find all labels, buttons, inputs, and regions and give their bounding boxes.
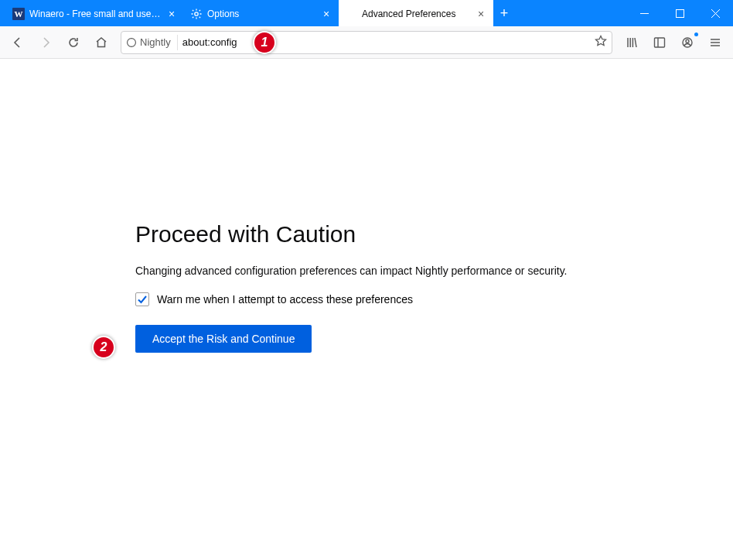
identity-label: Nightly xyxy=(140,36,171,48)
minimize-button[interactable] xyxy=(626,0,662,26)
forward-button[interactable] xyxy=(32,30,59,55)
svg-rect-3 xyxy=(655,38,665,47)
gear-icon xyxy=(190,8,203,20)
favicon-w-icon: W xyxy=(12,8,25,20)
tab-strip: W Winaero - Free small and usef… × Optio… xyxy=(6,0,626,26)
caution-description: Changing advanced configuration preferen… xyxy=(135,265,607,277)
maximize-button[interactable] xyxy=(662,0,697,26)
tab-label: Advanced Preferences xyxy=(362,9,470,19)
accept-risk-button[interactable]: Accept the Risk and Continue xyxy=(135,325,312,353)
close-tab-icon[interactable]: × xyxy=(320,8,332,20)
page-content: Proceed with Caution Changing advanced c… xyxy=(0,59,733,560)
site-identity[interactable]: Nightly xyxy=(126,35,178,50)
app-menu-button[interactable] xyxy=(702,30,728,55)
nightly-icon xyxy=(126,37,137,48)
reload-button[interactable] xyxy=(60,30,87,55)
svg-point-5 xyxy=(686,39,689,43)
tab-advanced-prefs[interactable]: Advanced Preferences × xyxy=(339,0,493,26)
tab-options[interactable]: Options × xyxy=(184,0,339,26)
notification-dot-icon xyxy=(694,32,698,36)
sidebar-button[interactable] xyxy=(646,30,673,55)
account-button[interactable] xyxy=(674,30,701,55)
close-tab-icon[interactable]: × xyxy=(475,8,487,20)
check-icon xyxy=(137,294,148,305)
window-controls xyxy=(626,0,733,26)
home-button[interactable] xyxy=(88,30,114,55)
toolbar-right xyxy=(619,30,728,55)
new-tab-button[interactable]: + xyxy=(493,0,515,26)
tab-label: Winaero - Free small and usef… xyxy=(29,9,161,19)
close-window-button[interactable] xyxy=(697,0,733,26)
warn-checkbox[interactable] xyxy=(135,292,149,306)
url-bar[interactable]: Nightly about:config 1 xyxy=(121,31,612,54)
svg-point-0 xyxy=(195,12,198,15)
back-button[interactable] xyxy=(5,30,31,55)
titlebar: W Winaero - Free small and usef… × Optio… xyxy=(0,0,733,26)
url-text: about:config xyxy=(182,36,590,48)
tab-winaero[interactable]: W Winaero - Free small and usef… × xyxy=(6,0,184,26)
warn-checkbox-label: Warn me when I attempt to access these p… xyxy=(157,293,413,306)
svg-point-2 xyxy=(128,38,136,46)
svg-rect-1 xyxy=(676,9,684,17)
warn-checkbox-row: Warn me when I attempt to access these p… xyxy=(135,292,607,306)
tab-label: Options xyxy=(207,9,315,19)
annotation-step-1: 1 xyxy=(253,31,276,54)
library-button[interactable] xyxy=(619,30,645,55)
caution-panel: Proceed with Caution Changing advanced c… xyxy=(135,221,607,353)
annotation-step-2: 2 xyxy=(92,336,115,359)
bookmark-star-icon[interactable] xyxy=(595,35,607,50)
caution-title: Proceed with Caution xyxy=(135,221,607,248)
blank-favicon xyxy=(345,8,357,20)
close-tab-icon[interactable]: × xyxy=(165,8,178,20)
nav-toolbar: Nightly about:config 1 xyxy=(0,26,733,59)
